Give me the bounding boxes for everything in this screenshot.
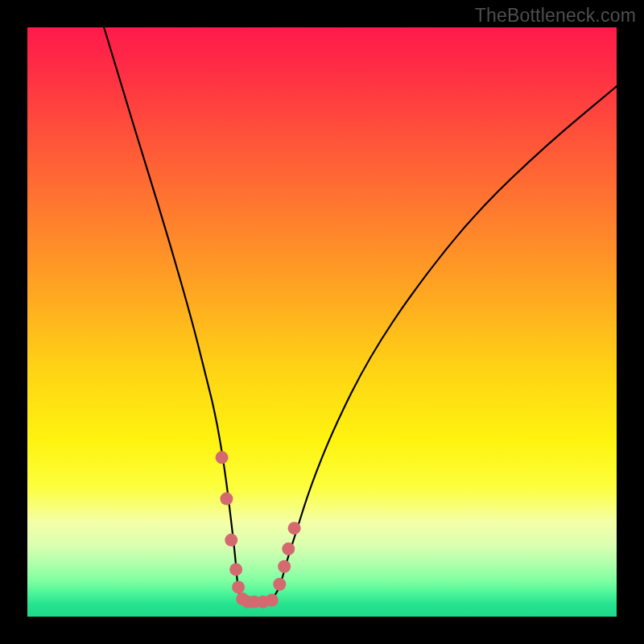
highlight-dot	[220, 493, 233, 506]
chart-svg	[27, 27, 617, 617]
watermark-text: TheBottleneck.com	[475, 5, 636, 27]
highlight-dot	[282, 543, 295, 555]
highlight-dot	[273, 578, 286, 591]
highlight-dot	[232, 580, 245, 593]
curve-layer	[104, 27, 617, 602]
highlight-dot	[216, 451, 229, 464]
highlight-dot	[225, 534, 237, 547]
chart-stage: TheBottleneck.com	[0, 0, 644, 644]
plot-area	[27, 27, 617, 617]
highlight-dots-right	[273, 522, 300, 591]
highlight-dot	[278, 560, 291, 573]
highlight-dot	[288, 522, 301, 535]
highlight-dot	[266, 594, 279, 607]
bottleneck-curve	[104, 27, 617, 602]
highlight-dot	[229, 563, 242, 576]
